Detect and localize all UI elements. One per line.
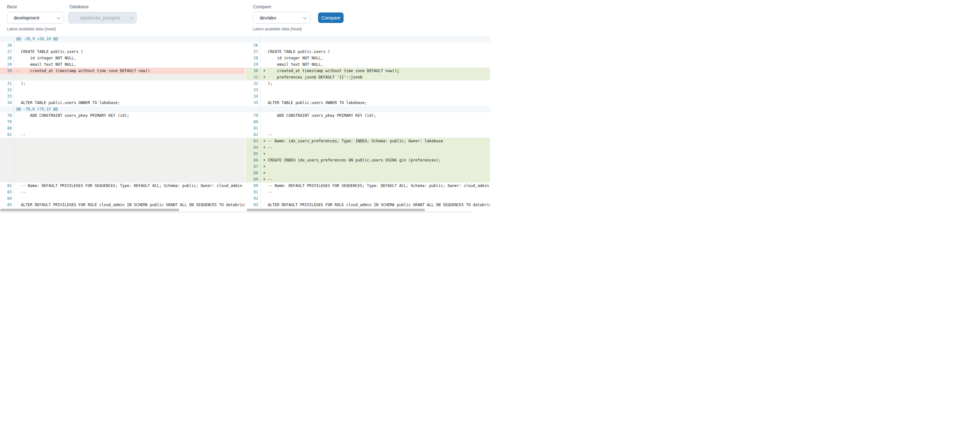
line-number: 30: [246, 68, 260, 74]
page-hscrollbar-thumb[interactable]: [0, 212, 473, 212]
diff-row-base-0: @@ -26,9 +26,10 @@: [0, 36, 245, 42]
line-number: 80: [0, 125, 14, 131]
diff-row-base-12: 78 ADD CONSTRAINT users_pkey PRIMARY KEY…: [0, 112, 245, 119]
line-number: 81: [246, 125, 260, 131]
code-line: [260, 125, 490, 131]
line-number: 90: [246, 183, 260, 189]
diff-row-base-25: 84: [0, 195, 245, 202]
code-line: id integer NOT NULL,: [260, 55, 490, 61]
line-number: 79: [246, 112, 260, 119]
diff-row-compare-24: 91 --: [246, 189, 490, 195]
chevron-down-icon: [57, 15, 60, 19]
base-pane-hscrollbar-thumb[interactable]: [0, 209, 179, 211]
diff-row-compare-20: 87 +: [246, 163, 490, 170]
diff-pane-base: @@ -26,9 +26,10 @@ 26 27 CREATE TABLE pu…: [0, 36, 245, 208]
diff-row-compare-4: 29 email text NOT NULL,: [246, 61, 490, 68]
code-line: [260, 106, 490, 112]
diff-row-compare-14: 81: [246, 125, 490, 131]
diff-row-base-24: 83 --: [0, 189, 245, 195]
diff-row-base-11: @@ -78,8 +79,15 @@: [0, 106, 245, 112]
code-line: --: [260, 131, 490, 138]
compare-caption: Latest available data (head): [253, 27, 302, 31]
code-line: [260, 119, 490, 125]
code-line: [260, 36, 490, 42]
line-number: 32: [0, 87, 14, 93]
code-line: - created_at timestamp without time zone…: [14, 68, 245, 74]
code-line: ALTER DEFAULT PRIVILEGES FOR ROLE cloud_…: [14, 202, 245, 208]
code-line: [14, 93, 245, 100]
line-number: 33: [0, 93, 14, 100]
database-value: databricks_postgres: [75, 15, 126, 21]
code-line: + created_at timestamp without time zone…: [260, 68, 490, 74]
code-line: ADD CONSTRAINT users_pkey PRIMARY KEY (i…: [14, 112, 245, 119]
line-number: 84: [0, 195, 14, 202]
code-line: -- Name: DEFAULT PRIVILEGES FOR SEQUENCE…: [14, 183, 245, 189]
chevron-down-icon: [129, 15, 133, 19]
diff-row-base-3: 28 id integer NOT NULL,: [0, 55, 245, 61]
line-number: 88: [246, 170, 260, 176]
line-number: 84: [246, 144, 260, 151]
diff-row-base-5: 30 - created_at timestamp without time z…: [0, 68, 245, 74]
diff-row-base-22: [0, 176, 245, 183]
line-number: 34: [0, 100, 14, 106]
code-line: [14, 42, 245, 48]
diff-row-base-16: [0, 138, 245, 144]
line-number: 27: [0, 48, 14, 55]
diff-pane-compare: 26 27 CREATE TABLE public.users ( 28 id …: [246, 36, 490, 208]
code-line: [14, 170, 245, 176]
base-branch-select[interactable]: development: [7, 12, 64, 24]
diff-row-base-8: 32: [0, 87, 245, 93]
database-label: Database: [70, 4, 89, 9]
line-number: 93: [246, 202, 260, 208]
diff-row-base-14: 80: [0, 125, 245, 131]
diff-row-compare-25: 92: [246, 195, 490, 202]
diff-row-base-4: 29 email text NOT NULL,: [0, 61, 245, 68]
diff-row-compare-0: [246, 36, 490, 42]
diff-row-base-13: 79: [0, 119, 245, 125]
line-number: 86: [246, 157, 260, 163]
code-line: [14, 195, 245, 202]
line-number: [0, 74, 14, 80]
code-line: ALTER DEFAULT PRIVILEGES FOR ROLE cloud_…: [260, 202, 490, 208]
code-line: [14, 157, 245, 163]
code-line: + --: [260, 176, 490, 183]
diff-row-compare-9: 34: [246, 93, 490, 100]
line-number: 32: [246, 80, 260, 87]
code-line: --: [14, 131, 245, 138]
diff-row-compare-16: 83 + -- Name: idx_users_preferences; Typ…: [246, 138, 490, 144]
diff-row-compare-23: 90 -- Name: DEFAULT PRIVILEGES FOR SEQUE…: [246, 183, 490, 189]
line-number: 79: [0, 119, 14, 125]
code-line: +: [260, 163, 490, 170]
line-number: 31: [246, 74, 260, 80]
code-line: CREATE TABLE public.users (: [14, 48, 245, 55]
diff-row-compare-2: 27 CREATE TABLE public.users (: [246, 48, 490, 55]
line-number: 85: [0, 202, 14, 208]
code-line: ALTER TABLE public.users OWNER TO lakeba…: [260, 100, 490, 106]
code-line: [14, 151, 245, 157]
diff-row-compare-11: [246, 106, 490, 112]
line-number: 87: [246, 163, 260, 170]
code-line: @@ -78,8 +79,15 @@: [14, 106, 245, 112]
code-line: [14, 144, 245, 151]
code-line: email text NOT NULL,: [260, 61, 490, 68]
code-line: ALTER TABLE public.users OWNER TO lakeba…: [14, 100, 245, 106]
line-number: 81: [0, 131, 14, 138]
line-number: 27: [246, 48, 260, 55]
line-number: 30: [0, 68, 14, 74]
compare-branch-select[interactable]: dev/alex: [253, 12, 310, 24]
compare-label: Compare: [253, 4, 272, 9]
code-line: [14, 74, 245, 80]
code-line: [14, 119, 245, 125]
line-number: 26: [0, 42, 14, 48]
line-number: 28: [246, 55, 260, 61]
diff-row-base-6: [0, 74, 245, 80]
diff-row-compare-21: 88 +: [246, 170, 490, 176]
diff-row-compare-18: 85 +: [246, 151, 490, 157]
line-number: 34: [246, 93, 260, 100]
database-select: databricks_postgres: [68, 12, 137, 24]
line-number: 26: [246, 42, 260, 48]
diff-row-base-2: 27 CREATE TABLE public.users (: [0, 48, 245, 55]
compare-button[interactable]: Compare: [318, 13, 344, 23]
code-line: [260, 93, 490, 100]
compare-pane-hscrollbar-thumb[interactable]: [247, 209, 425, 211]
